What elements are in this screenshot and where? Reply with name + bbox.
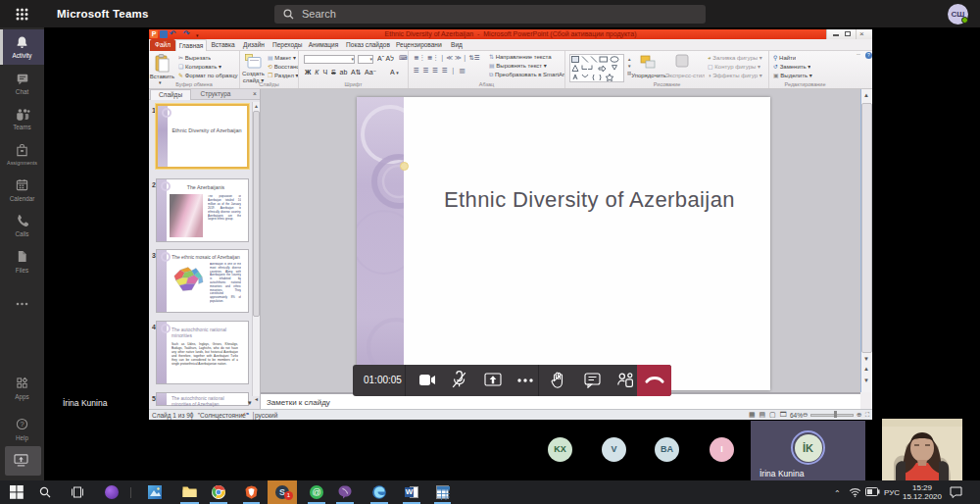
svg-text:?: ? bbox=[20, 420, 24, 428]
